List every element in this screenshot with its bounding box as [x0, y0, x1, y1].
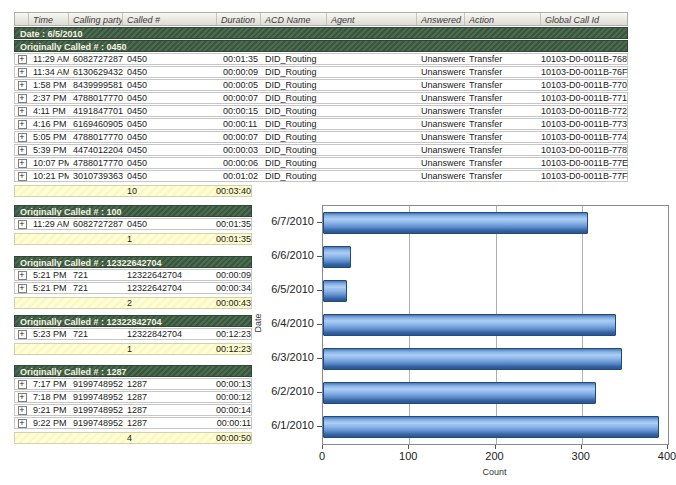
expand-button[interactable]: + — [15, 380, 29, 389]
call-row[interactable]: +11:29 AM6082727287045000:01:35 — [14, 218, 252, 230]
expand-button[interactable]: + — [15, 107, 29, 116]
call-row[interactable]: +7:17 PM9199748952128700:00:13 — [14, 378, 252, 390]
expand-button[interactable]: + — [15, 81, 29, 90]
chart-bar — [323, 280, 347, 302]
chart-bar — [323, 314, 616, 336]
answered-cell: Unanswered — [417, 145, 465, 155]
call-row[interactable]: +11:34 AM6130629432045000:00:09DID_Routi… — [14, 66, 628, 78]
answered-cell: Unanswered — [417, 119, 465, 129]
y-axis-label: 6/5/2010 — [252, 283, 314, 295]
expand-plus-icon[interactable]: + — [18, 68, 27, 77]
call-row[interactable]: +9:21 PM9199748952128700:00:14 — [14, 404, 252, 416]
expand-plus-icon[interactable]: + — [18, 406, 27, 415]
action-cell: Transfer — [465, 171, 541, 181]
call-row[interactable]: +10:21 PM3010739363045000:01:02DID_Routi… — [14, 170, 628, 182]
call-row[interactable]: +4:11 PM4191847701045000:00:15DID_Routin… — [14, 105, 628, 117]
time-cell: 5:21 PM — [29, 270, 69, 280]
expand-plus-icon[interactable]: + — [18, 120, 27, 129]
summary-count: 4 — [123, 433, 201, 443]
column-header: Action — [465, 13, 541, 25]
call-row[interactable]: +5:05 PM4788017770045000:00:07DID_Routin… — [14, 131, 628, 143]
called-group-header: Originally Called # : 100 — [14, 205, 252, 217]
expand-button[interactable]: + — [15, 284, 29, 293]
expand-button[interactable]: + — [15, 220, 29, 229]
expand-plus-icon[interactable]: + — [18, 380, 27, 389]
calling-cell: 6082727287 — [69, 219, 123, 229]
call-row[interactable]: +2:37 PM4788017770045000:00:07DID_Routin… — [14, 92, 628, 104]
expand-plus-icon[interactable]: + — [18, 94, 27, 103]
global-id-cell: 10103-D0-0011B-778 — [541, 145, 629, 155]
acd-cell: DID_Routing — [261, 119, 327, 129]
call-row[interactable]: +5:21 PM7211232264270400:00:34 — [14, 282, 252, 294]
expand-plus-icon[interactable]: + — [18, 284, 27, 293]
group-summary-row: 200:00:43 — [14, 297, 252, 309]
expand-button[interactable]: + — [15, 94, 29, 103]
global-id-cell: 10103-D0-0011B-77F — [541, 171, 629, 181]
expand-button[interactable]: + — [15, 159, 29, 168]
expand-button[interactable]: + — [15, 419, 29, 428]
called-cell: 0450 — [123, 132, 217, 142]
expand-button[interactable]: + — [15, 133, 29, 142]
expand-plus-icon[interactable]: + — [18, 330, 27, 339]
x-axis-label: 0 — [319, 450, 325, 462]
sub-table: Originally Called # : 12322842704+5:23 P… — [14, 315, 252, 355]
x-axis-label: 200 — [485, 450, 503, 462]
time-cell: 1:58 PM — [29, 80, 69, 90]
summary-duration: 00:00:50 — [201, 433, 253, 443]
expand-plus-icon[interactable]: + — [18, 146, 27, 155]
call-row[interactable]: +10:07 PM4788017770045000:00:06DID_Routi… — [14, 157, 628, 169]
called-cell: 0450 — [123, 171, 217, 181]
expand-button[interactable]: + — [15, 393, 29, 402]
call-row[interactable]: +4:16 PM6169460905045000:00:11DID_Routin… — [14, 118, 628, 130]
x-axis-label: 300 — [572, 450, 590, 462]
expand-plus-icon[interactable]: + — [18, 271, 27, 280]
calling-cell: 4788017770 — [69, 158, 123, 168]
expand-button[interactable]: + — [15, 68, 29, 77]
time-cell: 4:11 PM — [29, 106, 69, 116]
group-summary-row: 100:12:23 — [14, 343, 252, 355]
group-summary-row: 100:01:35 — [14, 233, 252, 245]
summary-count: 2 — [123, 298, 201, 308]
expand-button[interactable]: + — [15, 271, 29, 280]
column-header: Calling party # — [69, 13, 123, 25]
expand-plus-icon[interactable]: + — [18, 419, 27, 428]
y-axis-label: 6/2/2010 — [252, 385, 314, 397]
called-cell: 1287 — [123, 405, 201, 415]
duration-cell: 00:00:15 — [217, 106, 261, 116]
expand-button[interactable]: + — [15, 172, 29, 181]
expand-button[interactable]: + — [15, 120, 29, 129]
time-cell: 5:05 PM — [29, 132, 69, 142]
group-summary-row: 1000:03:40 — [14, 185, 252, 197]
expand-plus-icon[interactable]: + — [18, 107, 27, 116]
expand-button[interactable]: + — [15, 406, 29, 415]
call-row[interactable]: +5:39 PM4474012204045000:00:03DID_Routin… — [14, 144, 628, 156]
summary-count: 1 — [123, 344, 201, 354]
expand-button[interactable]: + — [15, 146, 29, 155]
acd-cell: DID_Routing — [261, 93, 327, 103]
axis-tick — [317, 222, 322, 223]
expand-plus-icon[interactable]: + — [18, 393, 27, 402]
call-row[interactable]: +1:58 PM8439999581045000:00:05DID_Routin… — [14, 79, 628, 91]
expand-button[interactable]: + — [15, 55, 29, 64]
date-group-header: Date : 6/5/2010 — [14, 27, 628, 39]
acd-cell: DID_Routing — [261, 54, 327, 64]
expand-plus-icon[interactable]: + — [18, 133, 27, 142]
global-id-cell: 10103-D0-0011B-772 — [541, 106, 629, 116]
column-header: Agent — [327, 13, 417, 25]
call-row[interactable]: +5:23 PM7211232284270400:12:23 — [14, 328, 252, 340]
expand-plus-icon[interactable]: + — [18, 220, 27, 229]
acd-cell: DID_Routing — [261, 132, 327, 142]
call-row[interactable]: +5:21 PM7211232264270400:00:09 — [14, 269, 252, 281]
time-cell: 7:18 PM — [29, 392, 69, 402]
expand-button[interactable]: + — [15, 330, 29, 339]
answered-cell: Unanswered — [417, 80, 465, 90]
call-row[interactable]: +9:22 PM9199748952128700:00:11 — [14, 417, 252, 429]
call-row[interactable]: +7:18 PM9199748952128700:00:12 — [14, 391, 252, 403]
axis-tick — [581, 445, 582, 449]
expand-plus-icon[interactable]: + — [18, 55, 27, 64]
expand-plus-icon[interactable]: + — [18, 81, 27, 90]
expand-plus-icon[interactable]: + — [18, 159, 27, 168]
y-axis-label: 6/1/2010 — [252, 419, 314, 431]
call-row[interactable]: +11:29 AM6082727287045000:01:35DID_Routi… — [14, 53, 628, 65]
expand-plus-icon[interactable]: + — [18, 172, 27, 181]
